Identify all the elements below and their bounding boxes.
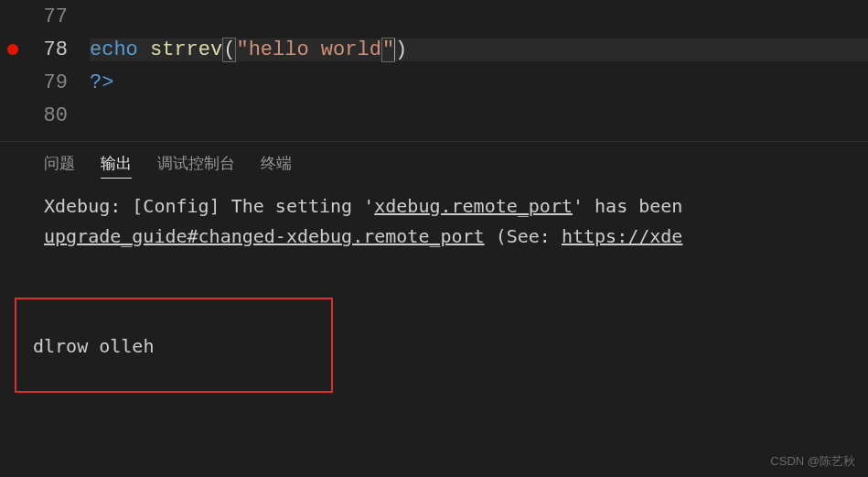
- line-number: 77: [26, 5, 90, 28]
- line-number: 79: [26, 71, 90, 94]
- panel-tabs: 问题 输出 调试控制台 终端: [0, 142, 868, 186]
- tab-terminal[interactable]: 终端: [261, 153, 292, 179]
- code-content[interactable]: echo strrev("hello world"): [90, 38, 868, 61]
- code-token: ": [381, 38, 395, 62]
- gutter[interactable]: [0, 44, 26, 55]
- result-highlight-box: dlrow olleh: [15, 298, 333, 393]
- code-editor[interactable]: 7778echo strrev("hello world")79?>80: [0, 0, 868, 132]
- code-content[interactable]: ?>: [90, 71, 868, 94]
- code-token: strrev: [150, 38, 222, 61]
- output-line: Xdebug: [Config] The setting 'xdebug.rem…: [44, 191, 824, 222]
- code-token: (: [222, 38, 236, 62]
- tab-problems[interactable]: 问题: [44, 153, 75, 179]
- code-token: ?>: [90, 71, 113, 94]
- tab-debug-console[interactable]: 调试控制台: [157, 153, 235, 179]
- watermark: CSDN @陈艺秋: [770, 453, 855, 470]
- output-content[interactable]: Xdebug: [Config] The setting 'xdebug.rem…: [0, 186, 868, 393]
- breakpoint-icon[interactable]: [7, 44, 18, 55]
- code-line[interactable]: 78echo strrev("hello world"): [0, 33, 868, 66]
- line-number: 78: [26, 38, 90, 61]
- code-token: echo: [90, 38, 150, 61]
- bottom-panel: 问题 输出 调试控制台 终端 Xdebug: [Config] The sett…: [0, 141, 868, 393]
- output-line: upgrade_guide#changed-xdebug.remote_port…: [44, 222, 824, 252]
- program-output: dlrow olleh: [33, 335, 154, 357]
- code-line[interactable]: 79?>: [0, 66, 868, 99]
- code-line[interactable]: 77: [0, 0, 868, 33]
- tab-output[interactable]: 输出: [101, 153, 132, 179]
- line-number: 80: [26, 104, 90, 127]
- code-token: ): [395, 38, 407, 61]
- code-token: "hello world: [236, 38, 380, 61]
- code-line[interactable]: 80: [0, 99, 868, 132]
